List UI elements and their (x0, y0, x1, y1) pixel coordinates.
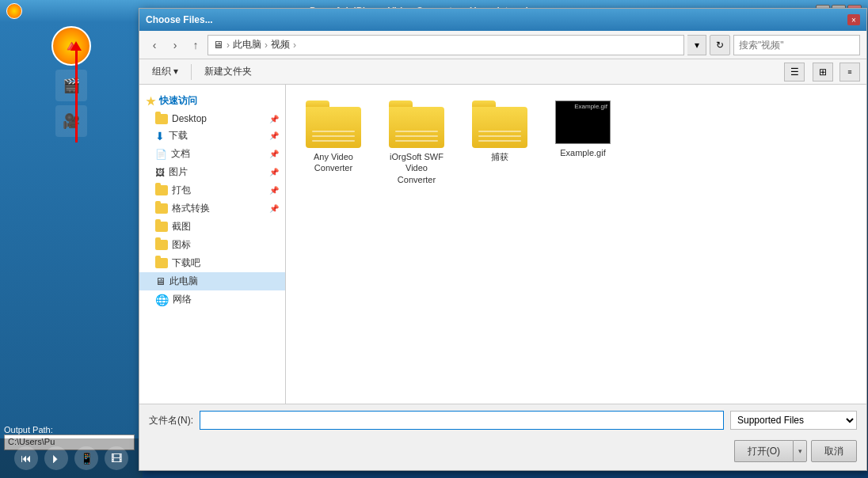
address-bar: ‹ › ↑ 🖥 › 此电脑 › 视频 › ▾ ↻ (139, 31, 866, 59)
path-videos-label: 视频 (271, 38, 290, 51)
cancel-button[interactable]: 取消 (811, 440, 857, 462)
file-grid-panel: Any VideoConverter i (286, 85, 866, 404)
sidebar-item-convert[interactable]: 格式转换 📌 (139, 199, 285, 218)
folder-icon-downloadbar (155, 258, 168, 268)
path-separator-1: › (227, 40, 230, 51)
sidebar-item-download[interactable]: ⬇ 下载 📌 (139, 127, 285, 145)
view-details-button[interactable]: ≡ (839, 63, 860, 82)
file-dialog: Choose Files... × ‹ › ↑ 🖥 › 此电脑 › 视频 › ▾… (139, 8, 867, 471)
folder-lines-1 (395, 131, 438, 142)
sidebar-item-icons[interactable]: 图标 (139, 236, 285, 254)
file-grid: Any VideoConverter i (294, 93, 858, 193)
video-thumb-icon[interactable]: 🎞 (105, 446, 128, 470)
down-icon: ⬇ (155, 130, 165, 142)
pin-icon-desktop: 📌 (269, 115, 279, 123)
folder-icon-pack (155, 185, 168, 195)
open-button-group: 打开(O) ▾ (734, 440, 807, 462)
view-list-button[interactable]: ☰ (784, 63, 805, 82)
sidebar-item-docs-label: 文档 (171, 147, 190, 161)
prev-icon[interactable]: ⏮ (14, 446, 38, 470)
folder-body-0 (306, 107, 361, 148)
refresh-button[interactable]: ↻ (710, 35, 730, 55)
filename-label: 文件名(N): (149, 414, 193, 427)
folder-line-1c (478, 131, 521, 132)
new-folder-button[interactable]: 新建文件夹 (198, 63, 258, 81)
filename-row: 文件名(N): Supported Files (139, 404, 866, 436)
folder-icon-convert (155, 203, 168, 214)
search-input[interactable] (733, 35, 860, 55)
network-icon: 🌐 (155, 294, 169, 306)
organize-button[interactable]: 组织 ▾ (146, 63, 185, 81)
filename-input[interactable] (200, 411, 724, 430)
sidebar-item-screenshot[interactable]: 截图 (139, 218, 285, 236)
folder-icon-large-2 (472, 101, 527, 148)
add-video-icon[interactable]: 🎬 (55, 70, 87, 101)
star-icon: ★ (146, 95, 156, 108)
sidebar-item-desktop-label: Desktop (172, 113, 207, 124)
dialog-title: Choose Files... (146, 14, 213, 25)
folder-body-1 (389, 107, 444, 148)
app-statusbar: ⏮ ⏵ 📱 🎞 (0, 438, 143, 478)
play-icon[interactable]: ⏵ (44, 446, 68, 470)
open-button[interactable]: 打开(O) (734, 440, 793, 462)
view-grid-button[interactable]: ⊞ (813, 63, 833, 82)
path-separator-3: › (293, 40, 296, 51)
sidebar-item-pack-label: 打包 (172, 184, 191, 197)
file-toolbar: 组织 ▾ 新建文件夹 ☰ ⊞ ≡ (139, 59, 866, 85)
path-separator-2: › (265, 40, 268, 51)
folder-icon-icons (155, 240, 168, 250)
pin-icon-docs: 📌 (269, 150, 279, 158)
output-path-label: Output Path: (4, 425, 53, 434)
sidebar-item-download-label: 下载 (169, 129, 188, 142)
dialog-titlebar: Choose Files... × (139, 9, 866, 31)
folder-line-3 (312, 140, 355, 142)
sidebar-item-pics[interactable]: 🖼 图片 📌 (139, 163, 285, 181)
pc-icon: 🖥 (155, 275, 166, 287)
sidebar-item-convert-label: 格式转换 (172, 202, 210, 215)
buttons-row: 打开(O) ▾ 取消 (139, 436, 866, 470)
dialog-bottom: 文件名(N): Supported Files 打开(O) ▾ 取消 (139, 404, 866, 470)
app-logo-small (6, 3, 22, 19)
address-dropdown-button[interactable]: ▾ (687, 35, 706, 55)
folder-line-1b (395, 131, 438, 132)
sidebar-item-docs[interactable]: 📄 文档 📌 (139, 145, 285, 163)
app-toolbar: 🔺 🎬 🎥 (0, 22, 143, 478)
sidebar-item-network[interactable]: 🌐 网络 (139, 290, 285, 309)
organize-label: 组织 ▾ (152, 65, 178, 78)
path-pc-label: 此电脑 (233, 38, 261, 51)
pin-icon-pack: 📌 (269, 186, 279, 195)
file-label-0: Any VideoConverter (314, 151, 353, 174)
pin-icon-convert: 📌 (269, 204, 279, 213)
file-item-2[interactable]: 捕获 (464, 97, 535, 189)
sidebar-item-pack[interactable]: 打包 📌 (139, 181, 285, 199)
back-button[interactable]: ‹ (146, 36, 163, 54)
sidebar-item-pics-label: 图片 (169, 165, 188, 179)
new-folder-label: 新建文件夹 (204, 65, 252, 78)
file-item-3[interactable]: Example.gif Example.gif (547, 97, 619, 189)
folder-line-2b (395, 135, 438, 137)
file-label-3: Example.gif (560, 147, 605, 158)
sidebar-item-desktop[interactable]: Desktop 📌 (139, 111, 285, 127)
pin-icon-pics: 📌 (269, 168, 279, 176)
folder-icon-large-0 (306, 101, 361, 148)
phone-icon[interactable]: 📱 (74, 446, 98, 470)
dialog-close-button[interactable]: × (847, 14, 860, 25)
file-label-2: 捕获 (491, 151, 508, 162)
folder-icon-screenshot (155, 222, 168, 232)
file-item-0[interactable]: Any VideoConverter (298, 97, 369, 189)
filetype-dropdown[interactable]: Supported Files (730, 411, 857, 430)
forward-button[interactable]: › (166, 36, 184, 54)
up-button[interactable]: ↑ (187, 36, 204, 54)
video-icon-2[interactable]: 🎥 (55, 105, 87, 137)
file-item-1[interactable]: iOrgSoft SWFVideoConverter (381, 97, 452, 189)
toolbar-sep (191, 64, 192, 80)
folder-lines-0 (312, 131, 355, 142)
sidebar-item-downloadbar[interactable]: 下载吧 (139, 254, 285, 272)
pin-icon-download: 📌 (269, 131, 279, 140)
gif-thumbnail: Example.gif (555, 101, 611, 144)
open-dropdown-arrow[interactable]: ▾ (793, 440, 807, 462)
quick-access-header[interactable]: ★ 快速访问 (139, 91, 285, 111)
quick-access-label: 快速访问 (159, 94, 197, 108)
sidebar-item-thispc[interactable]: 🖥 此电脑 (139, 272, 285, 290)
dialog-content: ★ 快速访问 Desktop 📌 ⬇ 下载 📌 📄 文档 📌 🖼 图片 (139, 85, 866, 404)
